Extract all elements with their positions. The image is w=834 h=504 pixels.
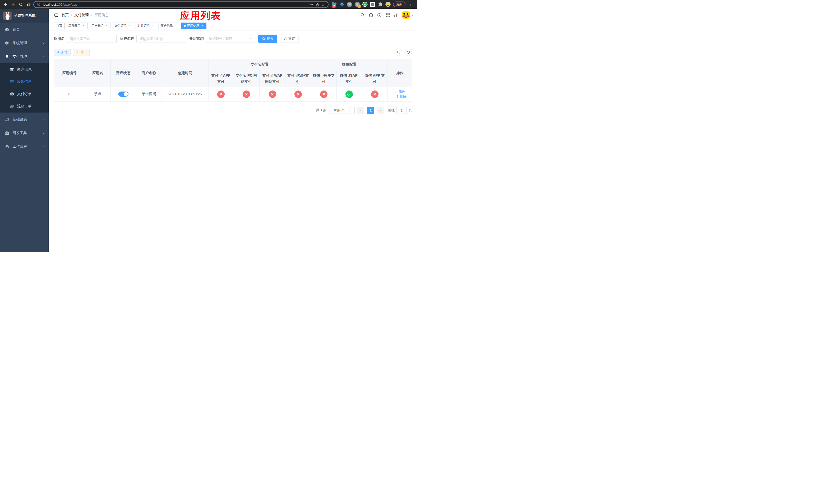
- breadcrumb-payment[interactable]: 支付管理: [74, 13, 89, 18]
- extension-icon-1[interactable]: 10: [332, 2, 337, 7]
- close-icon[interactable]: ×: [82, 24, 85, 28]
- url-text: localhost:1024/pay/app: [43, 3, 77, 6]
- share-icon[interactable]: [315, 3, 319, 6]
- extension-icon-2[interactable]: [339, 2, 345, 7]
- export-button-label: 导出: [81, 50, 87, 54]
- tab-process-form[interactable]: 流程表单 ×: [66, 23, 88, 29]
- goto-page-input[interactable]: [396, 107, 407, 114]
- close-icon[interactable]: ×: [174, 24, 178, 28]
- status-toggle[interactable]: [118, 92, 129, 97]
- breadcrumb-home[interactable]: 首页: [62, 13, 69, 18]
- browser-forward-button[interactable]: [10, 2, 16, 7]
- tab-refund-orders[interactable]: 退款订单 ×: [135, 23, 157, 29]
- fullscreen-icon[interactable]: [386, 13, 391, 18]
- tab-app-info[interactable]: 应用信息 ×: [181, 23, 206, 29]
- col-app-id: 应用编号: [54, 59, 85, 87]
- extension-icon-5[interactable]: y: [363, 2, 368, 7]
- reset-button[interactable]: 重置: [280, 35, 299, 43]
- prev-page-button[interactable]: ‹: [357, 107, 365, 114]
- close-icon[interactable]: ×: [151, 24, 155, 28]
- site-info-icon[interactable]: [37, 3, 41, 6]
- dashboard-icon: [5, 27, 9, 32]
- navbar-actions: TT ▾: [360, 11, 413, 19]
- tab-label: 商户信息: [160, 24, 173, 28]
- extension-icon-4[interactable]: 1: [355, 2, 360, 7]
- sidebar-item-pay-orders[interactable]: 支付订单: [0, 88, 49, 100]
- app-name-input[interactable]: [67, 35, 117, 43]
- refresh-button[interactable]: [405, 49, 412, 56]
- merchant-name-input[interactable]: [136, 35, 186, 43]
- search-button[interactable]: 搜索: [258, 35, 277, 43]
- cross-icon: [217, 91, 225, 98]
- browser-menu-icon[interactable]: ⋮: [408, 2, 413, 7]
- breadcrumb-separator: /: [91, 13, 92, 17]
- status-select[interactable]: 请选择开启状态: [206, 35, 255, 43]
- profile-avatar-icon[interactable]: [386, 2, 391, 7]
- sidebar-item-workflow[interactable]: 工作流程: [0, 140, 49, 153]
- delete-link[interactable]: 删除: [396, 94, 407, 99]
- address-bar[interactable]: localhost:1024/pay/app ☆: [33, 1, 329, 8]
- edit-link[interactable]: 修改: [395, 90, 405, 94]
- navbar: 首页 / 支付管理 / 应用信息 应用列表 TT: [49, 9, 417, 22]
- sidebar-item-label: 支付管理: [13, 54, 42, 59]
- chevron-down-icon: [42, 118, 45, 121]
- sidebar-item-infrastructure[interactable]: 基础设施: [0, 113, 49, 126]
- extensions-puzzle-icon[interactable]: [378, 2, 383, 7]
- cell-wx-app: [362, 87, 388, 101]
- sidebar-item-refund-orders[interactable]: 退款订单: [0, 100, 49, 113]
- browser-update-button[interactable]: 更新: [393, 2, 405, 7]
- app-title: 芋道管理系统: [14, 13, 36, 18]
- sidebar-item-app-info[interactable]: 应用信息: [0, 76, 49, 88]
- tab-merchant-info[interactable]: 商户信息 ×: [158, 23, 180, 29]
- search-icon[interactable]: [360, 13, 365, 18]
- check-icon: [346, 91, 353, 98]
- browser-reload-button[interactable]: [18, 2, 24, 7]
- tab-home[interactable]: 首页: [54, 23, 65, 29]
- sidebar-item-merchant-info[interactable]: 商户信息: [0, 63, 49, 76]
- status-label: 开启状态: [189, 37, 204, 41]
- cell-alipay-pc: [233, 87, 260, 101]
- page-size-select[interactable]: 10条/页: [329, 107, 355, 114]
- next-page-button[interactable]: ›: [377, 107, 384, 114]
- github-icon[interactable]: [369, 13, 374, 18]
- gear-icon: [5, 41, 9, 45]
- avatar: [402, 11, 410, 19]
- toggle-search-button[interactable]: [395, 49, 402, 56]
- user-avatar-menu[interactable]: ▾: [402, 11, 413, 19]
- sidebar-collapse-icon[interactable]: [51, 11, 60, 20]
- close-icon[interactable]: ×: [105, 24, 109, 28]
- sidebar-item-dev-tools[interactable]: 研发工具: [0, 126, 49, 140]
- logo-rabbit-image: [3, 12, 12, 20]
- close-icon[interactable]: ×: [128, 24, 132, 28]
- sidebar-item-label: 支付订单: [17, 92, 31, 96]
- col-wx-jsapi: 微信 JSAPI 支付: [337, 70, 362, 87]
- search-button-label: 搜索: [267, 37, 273, 41]
- extension-icon-3[interactable]: ⌘: [347, 2, 352, 7]
- add-button-label: 新增: [61, 50, 67, 54]
- sidebar-item-label: 退款订单: [17, 104, 31, 109]
- tab-pay-orders[interactable]: 支付订单 ×: [112, 23, 134, 29]
- col-alipay-pc: 支付宝 PC 网站支付: [233, 70, 260, 87]
- sidebar-item-payment[interactable]: ¥ 支付管理: [0, 50, 49, 63]
- close-icon[interactable]: ×: [201, 24, 204, 28]
- page-number-button[interactable]: 1: [367, 107, 374, 114]
- bookmark-star-icon[interactable]: ☆: [322, 3, 325, 6]
- sidebar-item-system[interactable]: 系统管理: [0, 36, 49, 50]
- sidebar-item-home[interactable]: 首页: [0, 23, 49, 36]
- font-size-icon[interactable]: TT: [394, 13, 398, 17]
- export-button[interactable]: 导出: [73, 49, 90, 56]
- tab-user-group[interactable]: 用户分组 ×: [89, 23, 111, 29]
- extension-icon-6[interactable]: [370, 2, 375, 7]
- browser-back-button[interactable]: [3, 2, 8, 7]
- app-logo[interactable]: 芋道管理系统: [0, 9, 49, 23]
- sidebar-item-label: 基础设施: [13, 117, 42, 122]
- browser-home-button[interactable]: [26, 2, 31, 7]
- help-icon[interactable]: [377, 13, 382, 18]
- password-key-icon[interactable]: [309, 2, 313, 6]
- sidebar-item-label: 商户信息: [17, 67, 31, 72]
- col-wx-app: 微信 APP 支付: [362, 70, 388, 87]
- add-button[interactable]: 新增: [54, 49, 70, 56]
- col-group-wechat: 微信配置: [311, 59, 388, 70]
- tab-label: 流程表单: [68, 24, 81, 28]
- tab-label: 退款订单: [137, 24, 150, 28]
